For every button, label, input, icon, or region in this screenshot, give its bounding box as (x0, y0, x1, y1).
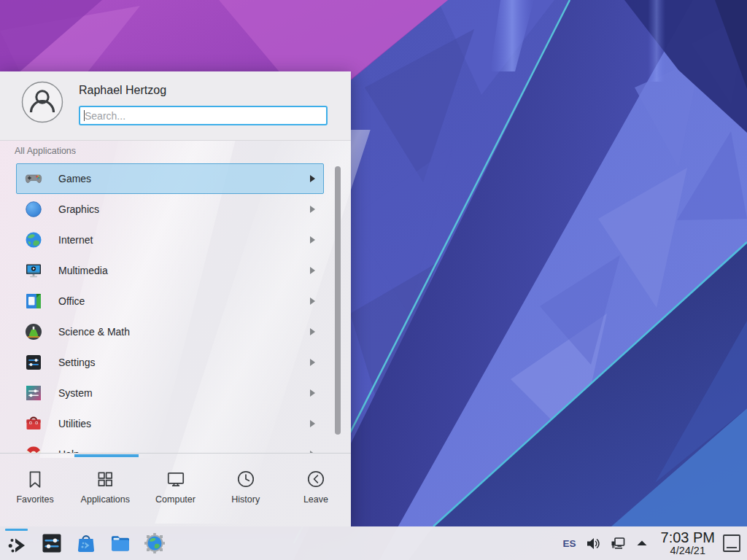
category-label: Office (58, 295, 85, 307)
submenu-arrow-icon (310, 420, 315, 427)
category-row-settings[interactable]: Settings (16, 347, 324, 378)
application-launcher-button[interactable] (6, 534, 29, 557)
file-manager-launcher[interactable] (109, 532, 132, 555)
search-input[interactable] (79, 106, 328, 125)
category-row-utilities[interactable]: Utilities (16, 408, 324, 439)
list-scrollbar[interactable] (335, 166, 341, 435)
bookmark-icon (25, 469, 45, 489)
tab-label: History (231, 494, 260, 505)
category-row-system[interactable]: System (16, 378, 324, 408)
open-task-indicator (5, 529, 28, 531)
tab-label: Leave (303, 494, 328, 505)
category-label: Settings (58, 357, 96, 368)
sliders-gradient-icon (24, 384, 43, 402)
tab-label: Favorites (16, 494, 53, 505)
keyboard-layout-indicator[interactable]: ES (563, 538, 576, 549)
category-row-science-math[interactable]: Science & Math (16, 316, 324, 347)
shopping-bag-icon (75, 532, 97, 554)
system-settings-launcher[interactable] (40, 532, 63, 555)
toolbox-icon (24, 414, 43, 433)
clock-icon (236, 469, 256, 489)
category-label: Multimedia (58, 265, 108, 276)
discover-launcher[interactable] (74, 532, 98, 555)
tab-leave[interactable]: Leave (281, 454, 351, 527)
submenu-arrow-icon (310, 236, 315, 244)
settings-sliders-icon (41, 532, 63, 554)
system-tray: ES 7:03 PM (563, 530, 742, 556)
network-icon[interactable] (610, 535, 626, 551)
globe-icon (24, 230, 43, 249)
text-caret (84, 110, 85, 121)
clock[interactable]: 7:03 PM 4/24/21 (661, 530, 715, 556)
kde-kicker-icon (7, 534, 28, 556)
category-label: Science & Math (58, 326, 130, 338)
clock-date: 4/24/21 (661, 545, 715, 556)
leave-circle-icon (306, 469, 326, 489)
media-monitor-icon (24, 261, 43, 280)
application-launcher-popup: Raphael Hertzog All Applications Games (0, 71, 351, 526)
globe-gear-icon (144, 532, 166, 554)
tab-computer[interactable]: Computer (140, 454, 210, 527)
tray-expand-arrow[interactable] (635, 536, 649, 551)
submenu-arrow-icon (310, 298, 315, 305)
tab-favorites[interactable]: Favorites (0, 454, 70, 527)
flask-icon (24, 322, 43, 341)
category-label: Graphics (58, 203, 99, 215)
category-row-internet[interactable]: Internet (16, 225, 324, 255)
gamepad-icon (24, 169, 43, 188)
submenu-arrow-icon (310, 175, 315, 182)
launcher-footer: Favorites Applications Computer (0, 453, 351, 527)
user-name: Raphael Hertzog (79, 84, 166, 97)
monitor-icon (166, 469, 186, 489)
tab-label: Computer (155, 494, 196, 505)
category-label: Internet (58, 234, 93, 246)
category-row-games[interactable]: Games (16, 163, 324, 194)
user-avatar (21, 81, 63, 123)
category-row-multimedia[interactable]: Multimedia (16, 255, 324, 286)
section-label: All Applications (15, 146, 76, 156)
desktop: Raphael Hertzog All Applications Games (0, 0, 747, 560)
category-row-help[interactable]: Help (16, 439, 324, 453)
show-desktop-button[interactable] (722, 534, 741, 553)
category-label: Utilities (58, 418, 91, 429)
tab-label: Applications (81, 494, 130, 505)
category-label: Games (58, 173, 91, 184)
category-row-office[interactable]: Office (16, 286, 324, 316)
application-category-list: Games Graphics Intern (0, 163, 351, 453)
category-row-graphics[interactable]: Graphics (16, 194, 324, 225)
sphere-icon (24, 200, 43, 219)
submenu-arrow-icon (310, 328, 315, 335)
submenu-arrow-icon (310, 359, 315, 366)
document-icon (24, 292, 43, 311)
category-label: System (58, 387, 93, 399)
tab-history[interactable]: History (211, 454, 281, 527)
submenu-arrow-icon (310, 206, 315, 213)
submenu-arrow-icon (310, 389, 315, 397)
submenu-arrow-icon (310, 267, 315, 274)
lifebuoy-icon (24, 445, 43, 453)
clock-time: 7:03 PM (661, 530, 715, 545)
taskbar-panel: ES 7:03 PM (0, 526, 747, 560)
web-browser-launcher[interactable] (143, 532, 166, 555)
tab-applications[interactable]: Applications (70, 454, 140, 527)
folder-icon (109, 532, 131, 554)
launcher-header: Raphael Hertzog (0, 71, 351, 141)
grid-icon (95, 469, 115, 489)
active-tab-indicator (74, 454, 139, 457)
volume-icon[interactable] (586, 536, 601, 551)
sliders-dark-icon (24, 353, 43, 372)
